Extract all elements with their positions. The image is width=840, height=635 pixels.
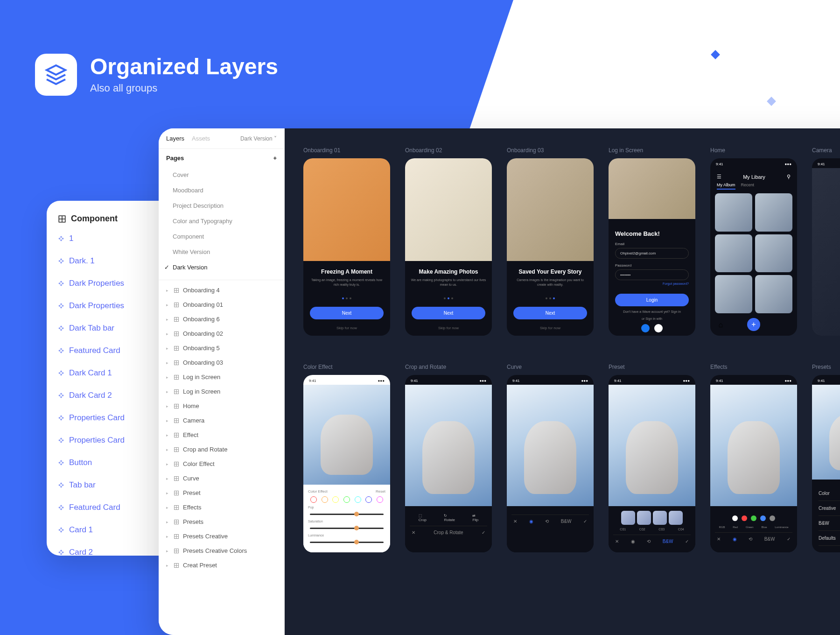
home-icon[interactable]: ⌂: [718, 321, 726, 328]
skip-link[interactable]: Skip for now: [303, 326, 390, 336]
frame-item[interactable]: ▸Onboarding 5: [159, 341, 284, 355]
check-icon[interactable]: ✓: [482, 530, 485, 535]
layers-sidebar: Layers Assets Dark Version ˅ Pages + Cov…: [159, 128, 285, 635]
design-canvas[interactable]: Onboarding 01 Freezing A MomentTaking an…: [285, 128, 840, 635]
frame-item[interactable]: ▸Effects: [159, 500, 284, 515]
close-icon[interactable]: ✕: [717, 536, 721, 542]
tab-recent[interactable]: Recent: [741, 183, 755, 190]
frame-item[interactable]: ▸Onboarding 6: [159, 312, 284, 326]
password-field[interactable]: ••••••••: [615, 269, 689, 280]
facebook-icon[interactable]: [641, 324, 650, 332]
skip-link[interactable]: Skip for now: [405, 326, 492, 336]
page-title: Organized Layers: [90, 54, 278, 79]
decorative-dot: [711, 50, 720, 59]
pages-label: Pages: [166, 155, 184, 162]
frame-item[interactable]: ▸Onboarding 4: [159, 283, 284, 297]
artboard[interactable]: Curve 9:41●●● ✕◉⟲B&W✓: [507, 364, 594, 552]
menu-icon[interactable]: ☰: [717, 174, 721, 180]
page-item[interactable]: Moodboard: [159, 183, 284, 198]
add-page-button[interactable]: +: [273, 155, 277, 162]
artboard[interactable]: Onboarding 01 Freezing A MomentTaking an…: [303, 147, 390, 336]
tab-assets[interactable]: Assets: [192, 135, 210, 142]
check-icon[interactable]: ✓: [583, 519, 587, 524]
tab-album[interactable]: My Album: [717, 183, 735, 190]
frame-item[interactable]: ▸Onboarding 03: [159, 355, 284, 370]
page-item[interactable]: White Version: [159, 244, 284, 260]
layers-icon: [35, 54, 77, 96]
frame-item[interactable]: ▸Crop and Rotate: [159, 442, 284, 457]
tab-layers[interactable]: Layers: [166, 135, 184, 142]
version-dropdown[interactable]: Dark Version ˅: [240, 135, 277, 142]
next-button[interactable]: Next: [310, 307, 384, 319]
frame-item[interactable]: ▸Presets: [159, 515, 284, 529]
decorative-dot: [767, 97, 776, 106]
frame-item[interactable]: ▸Home: [159, 399, 284, 413]
frame-item[interactable]: ▸Camera: [159, 413, 284, 428]
artboard[interactable]: Onboarding 02 Make Amazing PhotosWe are …: [405, 147, 492, 336]
page-item[interactable]: Cover: [159, 167, 284, 183]
google-icon[interactable]: [654, 324, 663, 332]
frame-item[interactable]: ▸Creat Preset: [159, 558, 284, 572]
artboard[interactable]: Camera 9:41●●●: [812, 147, 840, 336]
frame-item[interactable]: ▸Log in Screen: [159, 384, 284, 399]
frame-item[interactable]: ▸Log in Screen: [159, 370, 284, 384]
page-item[interactable]: Dark Version: [159, 260, 284, 275]
next-button[interactable]: Next: [513, 307, 587, 319]
frame-item[interactable]: ▸Curve: [159, 471, 284, 486]
frame-item[interactable]: ▸Preset: [159, 486, 284, 500]
close-icon[interactable]: ✕: [513, 519, 517, 524]
frame-item[interactable]: ▸Presets Creative Colors: [159, 543, 284, 558]
artboard[interactable]: Presets 9:41●●● ColorCreativeB&WDefaults: [812, 364, 840, 552]
page-subtitle: Also all groups: [90, 82, 278, 94]
frame-item[interactable]: ▸Color Effect: [159, 457, 284, 471]
email-field[interactable]: Ohpixel2@gmail.com: [615, 248, 689, 259]
page-header: Organized Layers Also all groups: [35, 54, 278, 96]
page-item[interactable]: Color and Typography: [159, 213, 284, 229]
artboard[interactable]: Preset 9:41●●● C01C02C03C04 ✕◉⟲B&W✓: [609, 364, 695, 552]
frame-item[interactable]: ▸Presets Creative: [159, 529, 284, 543]
close-icon[interactable]: ✕: [412, 530, 415, 535]
frame-item[interactable]: ▸Onboarding 02: [159, 326, 284, 341]
artboard[interactable]: Home 9:41●●● ☰My Libary⚲ My AlbumRecent …: [710, 147, 797, 336]
artboard[interactable]: Effects 9:41●●● RGBRedGreenBlueLuminance…: [710, 364, 797, 552]
artboard[interactable]: Color Effect 9:41●●● Color EffectReset P…: [303, 364, 390, 552]
artboard[interactable]: Log in Screen Welcome Back! Email Ohpixe…: [609, 147, 695, 336]
forgot-link[interactable]: Forgot password?: [615, 282, 689, 285]
search-icon[interactable]: ⚲: [787, 174, 791, 180]
check-icon[interactable]: ✓: [685, 539, 689, 544]
login-button[interactable]: Login: [615, 294, 689, 306]
artboard[interactable]: Crop and Rotate 9:41●●● ⬚Crop↻Rotate⇄Fli…: [405, 364, 492, 552]
figma-window: Layers Assets Dark Version ˅ Pages + Cov…: [159, 128, 840, 635]
page-item[interactable]: Component: [159, 229, 284, 244]
next-button[interactable]: Next: [412, 307, 485, 319]
frame-item[interactable]: ▸Onboarding 01: [159, 297, 284, 312]
add-button[interactable]: +: [747, 318, 760, 331]
frame-item[interactable]: ▸Effect: [159, 428, 284, 442]
artboard[interactable]: Onboarding 03 Saved Your Every StoryCame…: [507, 147, 594, 336]
page-item[interactable]: Project Description: [159, 198, 284, 213]
check-icon[interactable]: ✓: [787, 536, 791, 542]
skip-link[interactable]: Skip for now: [507, 326, 594, 336]
close-icon[interactable]: ✕: [615, 539, 619, 544]
